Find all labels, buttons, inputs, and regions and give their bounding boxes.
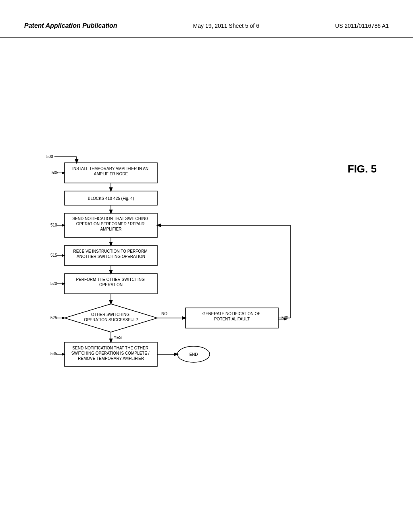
header: Patent Application Publication May 19, 2…: [0, 0, 413, 38]
patent-number-label: US 2011/0116786 A1: [335, 23, 389, 29]
fig-label: FIG. 5: [348, 163, 377, 175]
publication-label: Patent Application Publication: [24, 22, 117, 29]
block-520-text: PERFORM THE OTHER SWITCHING OPERATION: [76, 277, 146, 287]
flowchart: 500 INSTALL TEMPORARY AMPLIFIER IN AN: [24, 143, 307, 394]
block-410-425-text: BLOCKS 410-425 (Fig. 4): [88, 196, 134, 201]
yes-label: YES: [114, 335, 122, 340]
label-520: 520: [50, 281, 57, 286]
block-510-text: SEND NOTIFICATION THAT SWITCHING OPERATI…: [73, 216, 150, 231]
block-515-text: RECEIVE INSTRUCTION TO PERFORM ANOTHER S…: [73, 249, 149, 259]
flowchart-svg: 500 INSTALL TEMPORARY AMPLIFIER IN AN: [24, 143, 307, 393]
content-area: FIG. 5 500: [0, 38, 413, 54]
block-530-text: GENERATE NOTIFICATION OF POTENTIAL FAULT: [202, 312, 261, 321]
no-label: NO: [161, 312, 167, 316]
label-525: 525: [50, 316, 57, 320]
label-535: 535: [50, 351, 57, 356]
label-515: 515: [50, 253, 57, 258]
diamond-525-text: OTHER SWITCHING OPERATION SUCCESSFUL?: [84, 312, 138, 322]
end-text: END: [189, 352, 198, 357]
block-535-text: SEND NOTIFICATION THAT THE OTHER SWITCHI…: [71, 346, 151, 361]
block-505-text: INSTALL TEMPORARY AMPLIFIER IN AN AMPLIF…: [72, 166, 150, 176]
label-510: 510: [50, 223, 57, 227]
label-500: 500: [46, 154, 53, 159]
page: Patent Application Publication May 19, 2…: [0, 0, 413, 532]
date-sheet-label: May 19, 2011 Sheet 5 of 6: [193, 23, 259, 29]
